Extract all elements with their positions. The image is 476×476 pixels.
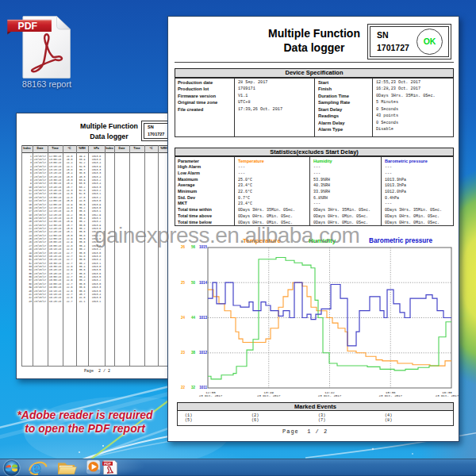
svg-text:PDF: PDF <box>17 21 37 32</box>
svg-text:PDF: PDF <box>104 462 111 466</box>
